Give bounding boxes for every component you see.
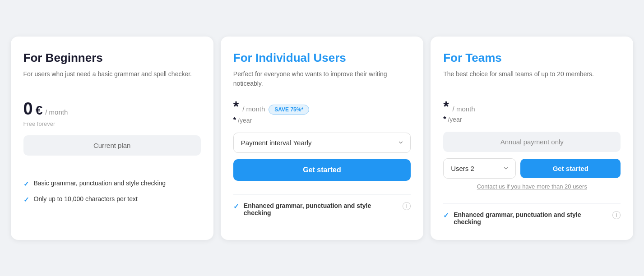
- annual-payment-button: Annual payment only: [443, 132, 621, 152]
- feature-list-beginners: ✓ Basic grammar, punctuation and style c…: [23, 179, 201, 204]
- checkmark-icon: ✓: [23, 196, 29, 204]
- card-subtitle-beginners: For users who just need a basic grammar …: [23, 69, 201, 91]
- feature-item-1-teams: ✓ Enhanced grammar, punctuation and styl…: [443, 211, 621, 225]
- checkmark-icon: ✓: [233, 202, 239, 211]
- price-year-label-individual: /year: [238, 117, 252, 124]
- users-select[interactable]: Users 1 Users 2 Users 3 Users 4 Users 5 …: [443, 158, 516, 179]
- feature-item-2-beginners: ✓ Only up to 10,000 characters per text: [23, 195, 201, 204]
- card-subtitle-teams: The best choice for small teams of up to…: [443, 69, 621, 91]
- card-title-individual: For Individual Users: [233, 51, 411, 65]
- get-started-button-teams[interactable]: Get started: [520, 159, 621, 178]
- price-year-asterisk-individual: *: [233, 116, 236, 124]
- price-year-row-teams: * /year: [443, 115, 621, 124]
- price-year-asterisk-teams: *: [443, 115, 446, 124]
- price-year-label-teams: /year: [448, 116, 462, 123]
- price-asterisk-individual: *: [233, 99, 239, 114]
- price-currency-beginners: €: [36, 103, 43, 118]
- divider-beginners: [23, 172, 201, 172]
- feature-item-1-beginners: ✓ Basic grammar, punctuation and style c…: [23, 179, 201, 188]
- checkmark-icon: ✓: [23, 180, 29, 188]
- checkmark-icon: ✓: [443, 212, 449, 220]
- payment-interval-select[interactable]: Payment interval Yearly Payment interval…: [233, 133, 411, 153]
- pricing-cards-container: For Beginners For users who just need a …: [11, 37, 634, 240]
- divider-individual: [233, 194, 411, 195]
- feature-list-individual: ✓ Enhanced grammar, punctuation and styl…: [233, 202, 411, 216]
- price-block-individual: * / month SAVE 75%* * /year: [233, 99, 411, 124]
- users-row: Users 1 Users 2 Users 3 Users 4 Users 5 …: [443, 158, 621, 179]
- feature-item-1-individual: ✓ Enhanced grammar, punctuation and styl…: [233, 202, 411, 216]
- price-main-beginners: 0 € / month: [23, 99, 201, 119]
- feature-text-1-individual: Enhanced grammar, punctuation and style …: [244, 202, 398, 216]
- card-title-beginners: For Beginners: [23, 51, 201, 65]
- current-plan-button: Current plan: [23, 135, 201, 156]
- info-icon-individual[interactable]: i: [403, 202, 411, 210]
- feature-text-1-teams: Enhanced grammar, punctuation and style …: [454, 211, 608, 225]
- price-value-beginners: 0: [23, 99, 33, 119]
- price-period-teams: / month: [453, 105, 475, 113]
- card-beginners: For Beginners For users who just need a …: [11, 37, 213, 240]
- feature-text-2-beginners: Only up to 10,000 characters per text: [34, 195, 138, 202]
- free-label-beginners: Free forever: [23, 120, 201, 127]
- price-period-beginners: / month: [45, 108, 68, 116]
- card-title-teams: For Teams: [443, 51, 621, 65]
- divider-teams: [443, 203, 621, 204]
- price-period-individual: / month: [242, 105, 265, 113]
- info-icon-teams[interactable]: i: [612, 211, 621, 219]
- card-individual: For Individual Users Perfect for everyon…: [221, 37, 423, 240]
- price-year-row-individual: * /year: [233, 116, 411, 124]
- get-started-button-individual[interactable]: Get started: [233, 159, 411, 181]
- price-block-teams: * / month * /year: [443, 99, 621, 124]
- price-block-beginners: 0 € / month Free forever: [23, 99, 201, 127]
- save-badge-individual: SAVE 75%*: [269, 105, 309, 115]
- card-subtitle-individual: Perfect for everyone who wants to improv…: [233, 69, 411, 91]
- price-row-teams: * / month: [443, 99, 621, 114]
- contact-link-teams[interactable]: Contact us if you have more than 20 user…: [443, 183, 621, 190]
- price-row-individual: * / month SAVE 75%*: [233, 99, 411, 115]
- card-teams: For Teams The best choice for small team…: [431, 37, 633, 240]
- feature-list-teams: ✓ Enhanced grammar, punctuation and styl…: [443, 211, 621, 225]
- price-asterisk-teams: *: [443, 99, 449, 114]
- feature-text-1-beginners: Basic grammar, punctuation and style che…: [34, 179, 166, 187]
